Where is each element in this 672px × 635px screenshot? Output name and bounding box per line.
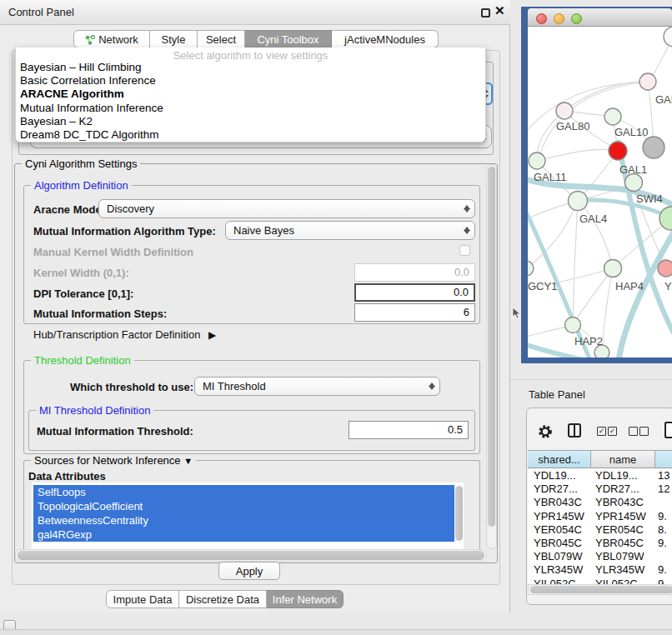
table-cell: YIL052C (534, 577, 576, 584)
minimize-window-icon[interactable] (554, 13, 564, 24)
tab-jactivemnodules[interactable]: jActiveMNodules (332, 30, 439, 48)
table-panel-title: Table Panel (529, 388, 585, 401)
data-attributes-label: Data Attributes (28, 470, 106, 482)
bottom-edge (0, 629, 672, 635)
table-cell: YBL079W (534, 549, 583, 563)
table-row[interactable]: YPR145WYPR145W9. (528, 509, 672, 523)
apply-button[interactable]: Apply (218, 562, 280, 580)
table-row[interactable]: YIL052CYIL052C9. (528, 577, 672, 584)
network-node-gal[interactable] (639, 73, 656, 90)
network-node[interactable] (643, 137, 664, 158)
network-node[interactable] (664, 27, 672, 47)
column-header-partial[interactable] (655, 450, 672, 468)
tab-impute-data[interactable]: Impute Data (106, 590, 179, 608)
algorithm-option[interactable]: Dream8 DC_TDC Algorithm (16, 128, 485, 142)
network-node-gal4[interactable] (569, 192, 588, 211)
algorithm-option[interactable]: ARACNE Algorithm (16, 88, 485, 101)
settings-hscroll-thumb[interactable] (18, 551, 484, 560)
manual-kernel-label: Manual Kernel Width Definition (33, 246, 193, 258)
mi-type-combo[interactable]: Naive Bayes (225, 221, 475, 240)
hub-definition-toggle[interactable]: Hub/Transcription Factor Definition ▶ (33, 328, 216, 341)
table-row[interactable]: YLR345WYLR345W9. (528, 562, 672, 577)
column-header-name[interactable]: name (591, 450, 655, 468)
table-panel-divider (510, 379, 672, 380)
table-cell: YIL052C (595, 577, 638, 584)
node-label-gal80: GAL80 (556, 120, 589, 132)
network-node-y[interactable] (658, 260, 672, 277)
algorithm-option[interactable]: Bayesian – Hill Climbing (16, 61, 485, 74)
node-label-y: Y (664, 280, 672, 292)
mouse-cursor (511, 307, 521, 320)
table-cell: YER054C (595, 522, 644, 537)
kernel-width-field[interactable]: 0.0 (354, 263, 475, 282)
data-attribute-item[interactable]: TopologicalCoefficient (33, 499, 454, 513)
column-layout-icon[interactable] (568, 423, 581, 438)
mi-steps-field[interactable]: 6 (354, 303, 475, 322)
close-window-icon[interactable] (536, 13, 547, 24)
network-node-gal11[interactable] (529, 152, 545, 169)
kernel-width-label: Kernel Width (0,1): (33, 267, 129, 279)
data-attribute-item[interactable]: gal4RGexp (33, 528, 454, 542)
tab-select[interactable]: Select (198, 30, 245, 48)
chevron-updown-icon (425, 379, 438, 393)
tab-discretize-data[interactable]: Discretize Data (179, 590, 267, 608)
network-view-titlebar (528, 8, 672, 27)
expand-down-icon: ▼ (183, 456, 193, 466)
tab-style[interactable]: Style (150, 30, 198, 48)
zoom-window-icon[interactable] (571, 13, 582, 24)
expand-right-icon: ▶ (208, 329, 216, 341)
table-row[interactable]: YBR045CYBR045C9. (528, 536, 672, 550)
table-cell: YLR345W (595, 562, 644, 577)
algorithm-option[interactable]: Basic Correlation Inference (16, 74, 485, 88)
manual-kernel-checkbox[interactable] (459, 245, 470, 256)
table-cell: YER054C (534, 522, 582, 537)
data-attribute-item[interactable]: BetweennessCentrality (33, 513, 454, 528)
sources-group-title[interactable]: Sources for Network Inference ▼ (31, 454, 196, 467)
mi-threshold-field[interactable]: 0.5 (349, 421, 469, 439)
dpi-tolerance-field[interactable]: 0.0 (354, 283, 475, 302)
export-table-icon[interactable] (664, 422, 672, 438)
table-row[interactable]: YBR043CYBR043C (528, 495, 672, 509)
table-row[interactable]: YER054CYER054C8. (528, 522, 672, 537)
dpi-tolerance-label: DPI Tolerance [0,1]: (33, 288, 133, 300)
table-cell: YBR043C (595, 495, 644, 509)
algorithm-option[interactable]: Bayesian – K2 (16, 115, 485, 128)
network-node-gal1[interactable] (609, 142, 627, 160)
network-node-hap4[interactable] (604, 260, 622, 278)
table-row[interactable]: YDL19...YDL19...13 (528, 468, 672, 482)
tab-label: jActiveMNodules (344, 33, 425, 46)
table-cell: YDL19... (534, 468, 576, 482)
table-cell: YLR345W (534, 562, 583, 577)
network-node-hap2[interactable] (565, 318, 581, 333)
node-label-gal4: GAL4 (579, 212, 607, 225)
algorithm-option[interactable]: Mutual Information Inference (16, 102, 485, 115)
table-cell: 9. (658, 562, 667, 577)
network-node-gal10[interactable] (604, 108, 621, 125)
mi-type-label: Mutual Information Algorithm Type: (33, 225, 216, 238)
select-all-columns-icon[interactable]: ✓✓ (597, 427, 619, 437)
table-hscroll-thumb[interactable] (530, 586, 672, 593)
node-label-hap4: HAP4 (615, 280, 644, 292)
network-node-swi4[interactable] (625, 174, 643, 192)
table-cell: YDL19... (595, 468, 638, 482)
which-threshold-combo[interactable]: MI Threshold (194, 377, 440, 396)
algorithm-popup-prompt: Select algorithm to view settings (16, 49, 485, 62)
table-cell: YBR045C (534, 536, 582, 550)
network-node-gal80[interactable] (556, 102, 573, 119)
data-attribute-item[interactable]: SelfLoops (33, 485, 454, 499)
settings-vscroll-thumb[interactable] (488, 167, 495, 527)
close-panel-icon[interactable]: ✕ (494, 3, 505, 18)
tab-cyni-toolbox[interactable]: Cyni Toolbox (245, 30, 332, 48)
deselect-all-columns-icon[interactable] (629, 427, 650, 437)
table-cell: 9. (658, 577, 667, 584)
attributes-scrollbar-thumb[interactable] (455, 486, 463, 541)
column-header-shared-name[interactable]: shared... (528, 450, 591, 468)
tab-infer-network[interactable]: Infer Network (267, 590, 344, 608)
tab-network[interactable]: Network (73, 30, 150, 48)
table-row[interactable]: YBL079WYBL079W (528, 549, 672, 563)
table-cell: 9. (658, 536, 667, 550)
table-row[interactable]: YDR27...YDR27...12 (528, 482, 672, 496)
float-panel-icon[interactable] (481, 8, 490, 18)
gear-icon[interactable] (537, 423, 554, 440)
aracne-mode-combo[interactable]: Discovery (98, 199, 475, 218)
